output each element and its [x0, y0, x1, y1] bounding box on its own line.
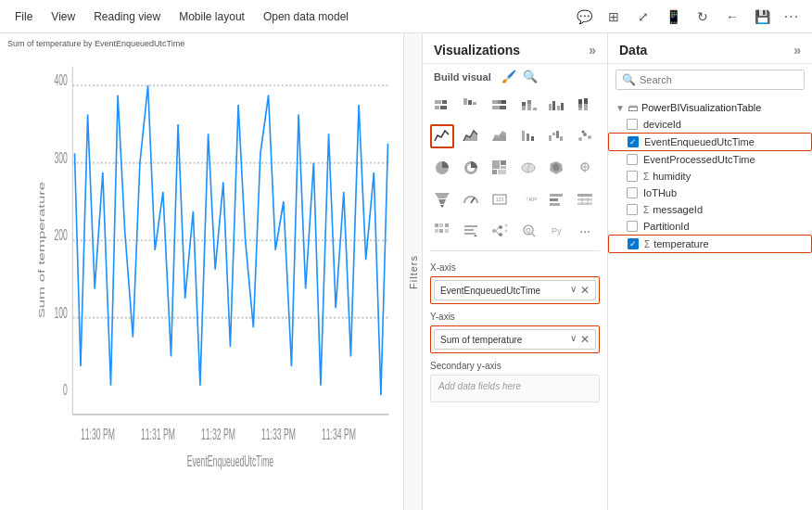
menu-file[interactable]: File [7, 6, 40, 27]
secondary-yaxis-label: Secondary y-axis [430, 361, 600, 371]
viz-icon-waterfall[interactable] [544, 124, 568, 148]
xaxis-chip-remove[interactable]: ✕ [580, 284, 590, 297]
data-field-row[interactable]: IoTHub [608, 185, 812, 201]
svg-rect-29 [500, 106, 506, 109]
viz-icon-filled-map[interactable] [544, 156, 568, 180]
mobile-icon[interactable]: 📱 [660, 4, 686, 30]
svg-rect-90 [445, 223, 449, 227]
svg-rect-42 [584, 98, 588, 104]
refresh-icon[interactable]: ↻ [690, 4, 716, 30]
viz-icon-scatter[interactable] [573, 124, 597, 148]
xaxis-chip[interactable]: EventEnqueuedUtcTime ∨ ✕ [434, 280, 596, 300]
viz-icon-kpi[interactable]: ↑KPI [516, 187, 540, 211]
xaxis-chip-label: EventEnqueuedUtcTime [440, 286, 540, 296]
filters-strip[interactable]: Filters [404, 33, 423, 510]
field-name: humidity [653, 171, 691, 182]
data-field-row[interactable]: ΣmessageId [608, 201, 812, 218]
analytics-icon[interactable]: 🔍 [523, 70, 538, 83]
menu-bar: File View Reading view Mobile layout Ope… [0, 0, 812, 33]
svg-line-106 [532, 234, 535, 236]
secondary-yaxis-field-box[interactable]: Add data fields here [430, 375, 600, 402]
viz-icon-qa[interactable]: Q [516, 219, 540, 243]
viz-icon-clustered-bar[interactable] [459, 93, 483, 117]
viz-icon-slicer[interactable] [544, 187, 568, 211]
field-checkbox[interactable] [627, 204, 638, 215]
yaxis-chip-remove[interactable]: ✕ [580, 333, 590, 346]
save-icon[interactable]: 💾 [749, 4, 775, 30]
viz-icon-stacked-bar[interactable] [430, 93, 454, 117]
viz-icon-more[interactable]: ··· [573, 219, 597, 243]
sigma-icon: Σ [643, 172, 649, 182]
data-field-row[interactable]: ✓Σtemperature [608, 235, 812, 253]
field-checkbox[interactable] [627, 187, 638, 198]
viz-icon-line-chart[interactable] [430, 124, 454, 148]
expand-icon[interactable]: ⤢ [630, 4, 656, 30]
viz-panel-expand-icon[interactable]: » [589, 43, 596, 57]
svg-text:11:34 PM: 11:34 PM [322, 426, 356, 443]
data-field-row[interactable]: deviceId [608, 116, 812, 133]
viz-icon-treemap[interactable] [488, 156, 512, 180]
viz-icon-stacked-col[interactable] [516, 93, 540, 117]
data-field-row[interactable]: EventProcessedUtcTime [608, 151, 812, 168]
viz-icon-area-chart[interactable] [459, 124, 483, 148]
comment-icon[interactable]: 💬 [571, 4, 597, 30]
data-field-row[interactable]: Σhumidity [608, 168, 812, 185]
viz-panel-header: Visualizations » [423, 33, 607, 64]
menu-mobile-layout[interactable]: Mobile layout [171, 6, 252, 27]
viz-icon-donut[interactable] [459, 156, 483, 180]
xaxis-chip-chevron[interactable]: ∨ [570, 284, 577, 297]
field-checkbox[interactable] [627, 221, 638, 232]
icon-grid-divider [430, 250, 600, 251]
viz-icon-smart-narrative[interactable] [459, 219, 483, 243]
svg-text:Sum of temperature: Sum of temperature [37, 182, 46, 318]
svg-rect-88 [435, 223, 438, 227]
svg-rect-96 [464, 233, 476, 235]
layout-icon[interactable]: ⊞ [601, 4, 627, 30]
menu-open-data-model[interactable]: Open data model [256, 6, 356, 27]
field-checkbox[interactable] [627, 119, 638, 130]
svg-rect-65 [498, 170, 506, 174]
field-checkbox[interactable]: ✓ [628, 238, 639, 249]
svg-text:KPI: KPI [529, 197, 537, 202]
viz-icon-clustered-col[interactable] [544, 93, 568, 117]
main-content: Sum of temperature by EventEnqueuedUtcTi… [0, 33, 812, 510]
viz-icon-funnel[interactable] [430, 187, 454, 211]
svg-rect-21 [440, 106, 447, 109]
data-search-box[interactable]: 🔍 [615, 70, 805, 90]
viz-icon-stacked-area[interactable] [488, 124, 512, 148]
viz-icon-card[interactable]: 123 [488, 187, 512, 211]
field-checkbox[interactable]: ✓ [628, 136, 639, 147]
field-checkbox[interactable] [627, 171, 638, 182]
viz-icon-100stacked-col[interactable] [573, 93, 597, 117]
svg-point-99 [499, 233, 502, 236]
yaxis-chip[interactable]: Sum of temperature ∨ ✕ [434, 329, 596, 350]
yaxis-chip-chevron[interactable]: ∨ [570, 333, 577, 346]
menu-reading-view[interactable]: Reading view [86, 6, 168, 27]
viz-icon-ribbon[interactable] [516, 124, 540, 148]
viz-icon-map[interactable] [516, 156, 540, 180]
viz-icon-table[interactable] [573, 187, 597, 211]
svg-rect-19 [442, 100, 447, 104]
viz-icon-decomp-tree[interactable] [488, 219, 512, 243]
back-icon[interactable]: ← [719, 4, 745, 30]
yaxis-label: Y-axis [430, 312, 600, 322]
menu-view[interactable]: View [44, 6, 82, 27]
data-table-header[interactable]: ▼ 🗃 PowerBIVisualizationTable [608, 99, 812, 116]
field-checkbox[interactable] [627, 154, 638, 165]
filters-label: Filters [408, 255, 419, 289]
format-icon[interactable]: 🖌️ [501, 70, 516, 83]
data-field-row[interactable]: PartitionId [608, 218, 812, 235]
viz-icon-pie[interactable] [430, 156, 454, 180]
data-field-row[interactable]: ✓EventEnqueuedUtcTime [608, 133, 812, 151]
viz-icon-matrix[interactable] [430, 219, 454, 243]
viz-icon-gauge[interactable] [459, 187, 483, 211]
viz-icon-100stacked-bar[interactable] [488, 93, 512, 117]
viz-icon-azure-map[interactable] [573, 156, 597, 180]
svg-point-100 [504, 224, 507, 227]
svg-rect-30 [522, 106, 526, 110]
data-panel-expand-icon[interactable]: » [793, 43, 801, 57]
search-input[interactable] [640, 74, 798, 85]
viz-icon-python[interactable]: Py [544, 219, 568, 243]
svg-rect-20 [435, 106, 439, 109]
more-menu-icon[interactable]: ··· [779, 4, 805, 30]
